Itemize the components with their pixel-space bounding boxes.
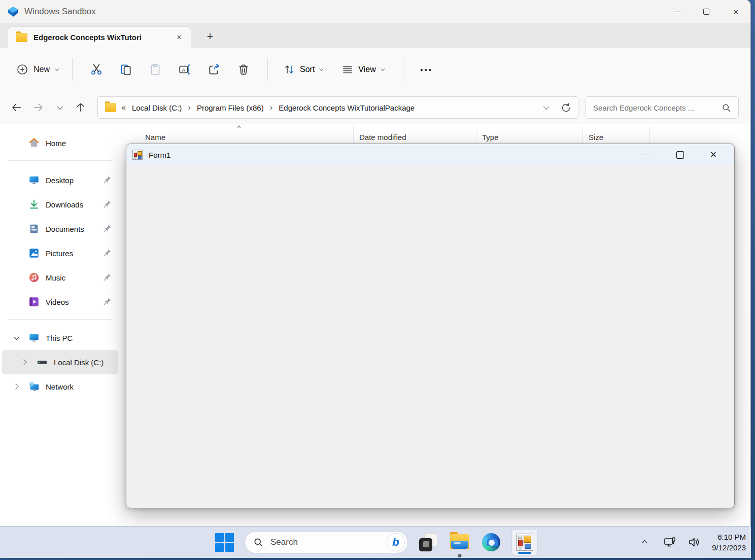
divider: [8, 319, 112, 320]
chevron-right-icon: ›: [184, 102, 195, 113]
column-header-date-modified[interactable]: Date modified: [359, 133, 406, 142]
pin-icon: [104, 224, 112, 232]
new-tab-button[interactable]: +: [202, 29, 218, 44]
sort-icon: [283, 63, 295, 76]
taskbar-item-windows-sandbox[interactable]: [417, 531, 439, 553]
pictures-icon: [28, 248, 40, 259]
chevron-down-icon: [381, 66, 385, 71]
folder-icon: [16, 33, 27, 42]
copy-button[interactable]: [111, 57, 141, 82]
address-bar[interactable]: « Local Disk (C:) › Program Files (x86) …: [97, 96, 578, 119]
sidebar-label: Music: [46, 273, 65, 282]
explorer-addressrow: « Local Disk (C:) › Program Files (x86) …: [0, 91, 750, 124]
tray-network-button[interactable]: [661, 532, 678, 552]
this-pc-icon: [28, 332, 40, 343]
bing-chat-icon[interactable]: b: [387, 533, 405, 551]
up-button[interactable]: [70, 97, 91, 118]
chevron-up-icon: [642, 540, 647, 546]
pin-icon: [104, 273, 112, 281]
column-header-name[interactable]: Name: [145, 133, 165, 142]
address-dropdown-button[interactable]: [536, 97, 555, 118]
forward-button[interactable]: [27, 97, 49, 118]
sidebar-label: This PC: [46, 334, 73, 342]
taskbar-item-form1-app[interactable]: [511, 529, 538, 555]
sidebar-item-this-pc[interactable]: This PC: [2, 326, 118, 350]
view-button[interactable]: View: [335, 57, 389, 82]
sandbox-titlebar: Windows Sandbox ×: [0, 0, 750, 23]
recent-locations-button[interactable]: [49, 97, 70, 118]
form1-close-button[interactable]: ×: [697, 144, 730, 165]
column-header-type[interactable]: Type: [482, 133, 499, 142]
taskbar-clock[interactable]: 6:10 PM 9/12/2023: [712, 532, 746, 553]
downloads-icon: [28, 199, 40, 210]
refresh-button[interactable]: [557, 97, 575, 118]
sidebar-item-pictures[interactable]: Pictures: [2, 241, 118, 265]
minimize-icon: [642, 155, 650, 155]
tray-show-hidden-icons-button[interactable]: [637, 532, 654, 552]
new-label: New: [33, 65, 50, 74]
sandbox-maximize-button[interactable]: [692, 1, 721, 22]
chevron-expanded-icon[interactable]: [12, 334, 19, 341]
search-input[interactable]: [593, 103, 722, 112]
breadcrumb-program-files[interactable]: Program Files (x86): [195, 103, 266, 112]
sandbox-minimize-button[interactable]: [662, 1, 692, 22]
sort-button[interactable]: Sort: [277, 57, 328, 82]
new-button[interactable]: New: [11, 57, 63, 82]
desktop-icon: [28, 174, 40, 186]
share-button[interactable]: [199, 57, 229, 82]
column-divider[interactable]: [476, 126, 476, 143]
taskbar-item-edge[interactable]: [480, 531, 502, 553]
taskbar-item-file-explorer[interactable]: [449, 531, 471, 553]
sidebar-item-network[interactable]: Network: [2, 374, 118, 399]
sidebar-item-downloads[interactable]: Downloads: [2, 192, 118, 217]
sidebar-item-music[interactable]: Music: [2, 265, 118, 290]
sandbox-title: Windows Sandbox: [24, 7, 96, 17]
breadcrumb-current-folder[interactable]: Edgerock Concepts WixTutorialPackage: [277, 103, 417, 112]
explorer-tab[interactable]: Edgerock Concepts WixTutori ×: [8, 27, 191, 48]
plus-circle-icon: [16, 63, 28, 76]
back-button[interactable]: [6, 97, 27, 118]
sidebar-label: Home: [46, 139, 66, 148]
cut-button[interactable]: [82, 57, 111, 82]
paste-button[interactable]: [141, 57, 170, 82]
host-desktop: Windows Sandbox × Edgerock Concepts WixT…: [0, 0, 755, 560]
breadcrumb-local-disk[interactable]: Local Disk (C:): [130, 103, 184, 112]
view-label: View: [358, 65, 375, 74]
sort-ascending-icon: ^: [237, 124, 241, 131]
form1-titlebar[interactable]: Form1 ×: [126, 144, 734, 165]
sidebar-item-desktop[interactable]: Desktop: [2, 168, 118, 192]
videos-icon: [28, 296, 40, 307]
taskbar-search[interactable]: Search b: [245, 531, 408, 553]
start-button[interactable]: [213, 531, 235, 553]
arrow-up-icon: [75, 102, 86, 113]
tab-close-button[interactable]: ×: [173, 31, 186, 44]
rename-button[interactable]: A: [170, 57, 199, 82]
column-divider[interactable]: [649, 126, 650, 143]
column-header-size[interactable]: Size: [589, 133, 603, 142]
taskbar: Search b: [0, 526, 751, 558]
chevron-collapsed-icon[interactable]: [12, 383, 19, 390]
windows-logo-icon: [215, 533, 234, 552]
delete-button[interactable]: [229, 57, 258, 82]
sandbox-close-button[interactable]: ×: [721, 1, 750, 22]
column-divider[interactable]: [582, 126, 583, 143]
sidebar-item-local-disk[interactable]: Local Disk (C:): [2, 350, 118, 374]
form1-maximize-button[interactable]: [663, 144, 697, 165]
chevron-collapsed-icon[interactable]: [20, 359, 27, 366]
sidebar-item-home[interactable]: Home: [2, 131, 118, 155]
pin-icon: [104, 200, 112, 208]
chevron-down-icon: [543, 104, 549, 110]
column-divider[interactable]: [353, 126, 354, 143]
active-indicator: [518, 552, 531, 554]
tray-volume-button[interactable]: [685, 532, 703, 552]
cut-icon: [90, 63, 103, 76]
divider: [403, 58, 403, 81]
breadcrumb-overflow[interactable]: «: [121, 103, 126, 112]
pin-icon: [104, 249, 112, 257]
form1-minimize-button[interactable]: [630, 144, 663, 165]
sidebar-item-videos[interactable]: Videos: [2, 290, 118, 314]
clock-date: 9/12/2023: [712, 542, 746, 553]
see-more-button[interactable]: •••: [415, 57, 439, 82]
sidebar-item-documents[interactable]: Documents: [2, 217, 118, 241]
explorer-search[interactable]: [586, 96, 739, 119]
